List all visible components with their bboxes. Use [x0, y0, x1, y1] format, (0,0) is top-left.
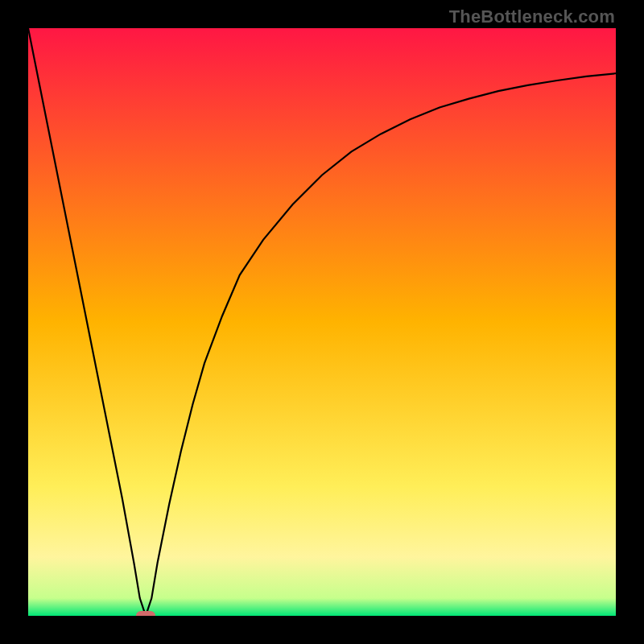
gradient-background: [28, 28, 616, 616]
chart-frame: TheBottleneck.com: [0, 0, 644, 644]
vertex-marker: [136, 611, 155, 616]
plot-area: [28, 28, 616, 616]
chart-svg: [28, 28, 616, 616]
watermark-text: TheBottleneck.com: [449, 6, 615, 27]
